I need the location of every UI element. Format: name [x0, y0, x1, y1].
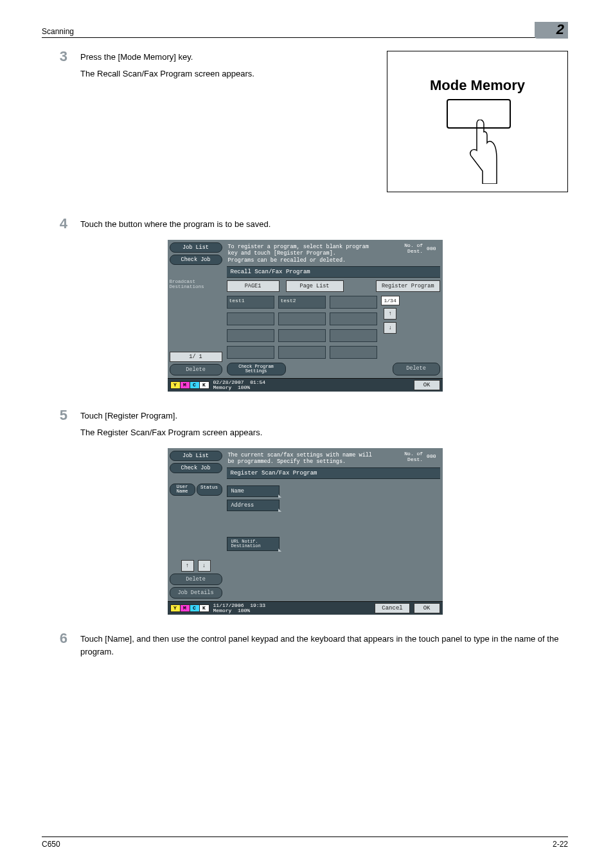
sidebar-delete-button[interactable]: Delete [170, 364, 222, 375]
program-slot[interactable] [330, 346, 377, 359]
program-slot[interactable] [227, 346, 274, 359]
check-job-button[interactable]: Check Job [170, 463, 222, 473]
register-program-button[interactable]: Register Program [376, 280, 440, 292]
step-text: Touch [Name], and then use the control p… [80, 633, 568, 658]
ok-button[interactable]: OK [414, 380, 440, 390]
step-4: 4 Touch the button where the program is … [42, 218, 568, 231]
section-title: Scanning [42, 27, 74, 36]
step-body: Touch [Register Program]. The Register S… [80, 410, 568, 439]
footer-model: C650 [42, 840, 60, 849]
delete-button[interactable]: Delete [393, 363, 440, 375]
user-name-tab[interactable]: User Name [170, 484, 195, 496]
program-slot[interactable] [278, 346, 326, 359]
job-details-button[interactable]: Job Details [170, 587, 222, 599]
chapter-number: 2 [535, 22, 568, 39]
page-down-button[interactable]: ↓ [384, 322, 396, 334]
dest-count: No. of Dest. 000 [404, 451, 436, 462]
step-3: 3 Press the [Mode Memory] key. The Recal… [42, 51, 568, 192]
screen-tab: Recall Scan/Fax Program [227, 266, 440, 278]
dest-count: No. of Dest. 000 [404, 242, 436, 254]
program-slot[interactable] [330, 329, 377, 342]
page-up-button[interactable]: ↑ [181, 560, 194, 572]
program-slot[interactable] [330, 296, 377, 309]
program-slot[interactable] [227, 312, 274, 325]
step-body: Touch the button where the program is to… [80, 218, 568, 231]
step-6: 6 Touch [Name], and then use the control… [42, 633, 568, 658]
step-body: Touch [Name], and then use the control p… [80, 633, 568, 658]
page-footer: C650 2-22 [42, 836, 568, 849]
program-slot[interactable]: test1 [227, 296, 274, 309]
step-number: 5 [42, 408, 80, 422]
sidebar-page: 1/ 1 [170, 352, 222, 362]
page1-button[interactable]: PAGE1 [227, 280, 280, 292]
program-slot[interactable]: test2 [278, 296, 326, 309]
step-text: Touch [Register Program]. [80, 410, 568, 422]
toner-indicator: YMCK [170, 604, 209, 612]
step-text: The Register Scan/Fax Program screen app… [80, 426, 568, 439]
sidebar-delete-button[interactable]: Delete [170, 574, 222, 585]
step-text: Press the [Mode Memory] key. [80, 51, 374, 64]
job-list-button[interactable]: Job List [170, 451, 222, 461]
mode-memory-title: Mode Memory [387, 77, 567, 94]
page-list-button[interactable]: Page List [286, 280, 344, 292]
step-number: 4 [42, 217, 80, 231]
pager-count: 1/34 [381, 296, 400, 305]
address-button[interactable]: Address [227, 500, 280, 511]
program-slots: test1 test2 [227, 296, 377, 359]
bottom-bar: YMCK 11/17/2006 19:33 Memory 100% Cancel… [168, 601, 443, 615]
page-down-button[interactable]: ↓ [198, 560, 211, 572]
program-slot[interactable] [278, 329, 326, 342]
program-slot[interactable] [278, 312, 326, 325]
mode-memory-illustration: Mode Memory [387, 51, 568, 192]
hand-icon [467, 120, 506, 184]
program-slot[interactable] [330, 312, 377, 325]
recall-program-screen: Job List Check Job Broadcast Destination… [168, 240, 443, 392]
step-text: The Recall Scan/Fax Program screen appea… [80, 68, 374, 80]
register-program-screen: Job List Check Job User Name Status ↑ ↓ … [168, 448, 443, 615]
ok-button[interactable]: OK [414, 603, 440, 613]
footer-page: 2-22 [553, 840, 568, 849]
step-text: Touch the button where the program is to… [80, 218, 568, 231]
status-tab[interactable]: Status [197, 484, 222, 496]
broadcast-label: Broadcast Destinations [170, 279, 222, 289]
step-number: 3 [42, 50, 80, 64]
page-up-button[interactable]: ↑ [384, 308, 396, 320]
name-button[interactable]: Name [227, 485, 280, 497]
cancel-button[interactable]: Cancel [375, 603, 409, 613]
toner-indicator: YMCK [170, 381, 209, 389]
screen-tab: Register Scan/Fax Program [227, 467, 440, 479]
job-list-button[interactable]: Job List [170, 242, 222, 253]
page-header: Scanning 2 [42, 19, 568, 38]
check-settings-button[interactable]: Check Program Settings [227, 363, 286, 375]
step-5: 5 Touch [Register Program]. The Register… [42, 410, 568, 439]
check-job-button[interactable]: Check Job [170, 255, 222, 265]
step-body: Press the [Mode Memory] key. The Recall … [80, 51, 374, 80]
bottom-bar: YMCK 02/28/2007 01:54 Memory 100% OK [168, 378, 443, 392]
step-number: 6 [42, 631, 80, 646]
program-slot[interactable] [227, 329, 274, 342]
url-notif-button[interactable]: URL Notif. Destination [227, 537, 280, 551]
